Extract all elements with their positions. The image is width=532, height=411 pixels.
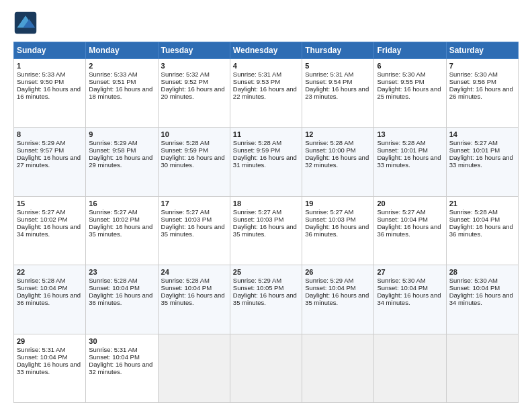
calendar-cell: 17 Sunrise: 5:27 AM Sunset: 10:03 PM Day…: [158, 196, 230, 265]
daylight-label: Daylight: 16 hours and 36 minutes.: [377, 223, 441, 238]
sunrise-label: Sunrise: 5:27 AM: [305, 208, 353, 216]
calendar-cell: 18 Sunrise: 5:27 AM Sunset: 10:03 PM Day…: [230, 196, 302, 265]
daylight-label: Daylight: 16 hours and 34 minutes.: [377, 291, 441, 306]
sunset-label: Sunset: 10:02 PM: [17, 216, 68, 223]
daylight-label: Daylight: 16 hours and 35 minutes.: [233, 291, 297, 306]
sunset-label: Sunset: 9:51 PM: [89, 78, 136, 85]
sunset-label: Sunset: 9:55 PM: [377, 78, 424, 85]
header: [13, 11, 519, 35]
calendar-cell: 4 Sunrise: 5:31 AM Sunset: 9:53 PM Dayli…: [230, 59, 302, 128]
day-number: 21: [449, 199, 515, 208]
weekday-header: Saturday: [446, 42, 518, 59]
sunrise-label: Sunrise: 5:28 AM: [377, 139, 425, 146]
day-number: 15: [17, 199, 83, 208]
day-number: 8: [17, 130, 83, 138]
sunrise-label: Sunrise: 5:28 AM: [449, 208, 498, 216]
calendar-week-row: 29 Sunrise: 5:31 AM Sunset: 10:04 PM Day…: [14, 334, 519, 402]
day-number: 7: [449, 62, 515, 70]
daylight-label: Daylight: 16 hours and 35 minutes.: [233, 223, 297, 238]
daylight-label: Daylight: 16 hours and 20 minutes.: [161, 85, 225, 100]
day-number: 16: [89, 199, 154, 208]
daylight-label: Daylight: 16 hours and 33 minutes.: [17, 361, 81, 375]
sunrise-label: Sunrise: 5:30 AM: [449, 277, 498, 284]
weekday-header: Wednesday: [230, 42, 302, 59]
day-number: 12: [305, 130, 371, 138]
calendar-cell: [374, 334, 446, 402]
calendar-week-row: 22 Sunrise: 5:28 AM Sunset: 10:04 PM Day…: [14, 265, 519, 334]
calendar-cell: [158, 334, 230, 402]
sunset-label: Sunset: 9:59 PM: [233, 146, 280, 154]
calendar-cell: [230, 334, 302, 402]
sunset-label: Sunset: 9:53 PM: [233, 78, 280, 85]
day-number: 23: [89, 268, 154, 276]
calendar-cell: 13 Sunrise: 5:28 AM Sunset: 10:01 PM Day…: [374, 128, 446, 196]
sunset-label: Sunset: 9:56 PM: [449, 78, 496, 85]
sunset-label: Sunset: 10:01 PM: [449, 146, 500, 154]
calendar-cell: [446, 334, 518, 402]
sunset-label: Sunset: 9:50 PM: [17, 78, 64, 85]
daylight-label: Daylight: 16 hours and 35 minutes.: [305, 291, 369, 306]
page: SundayMondayTuesdayWednesdayThursdayFrid…: [0, 0, 532, 411]
calendar-cell: 21 Sunrise: 5:28 AM Sunset: 10:04 PM Day…: [446, 196, 518, 265]
calendar-cell: 29 Sunrise: 5:31 AM Sunset: 10:04 PM Day…: [14, 334, 86, 402]
daylight-label: Daylight: 16 hours and 23 minutes.: [305, 85, 369, 100]
calendar-cell: 20 Sunrise: 5:27 AM Sunset: 10:04 PM Day…: [374, 196, 446, 265]
calendar-week-row: 8 Sunrise: 5:29 AM Sunset: 9:57 PM Dayli…: [14, 128, 519, 196]
logo: [13, 11, 42, 35]
weekday-header: Sunday: [14, 42, 86, 59]
daylight-label: Daylight: 16 hours and 33 minutes.: [377, 154, 441, 169]
daylight-label: Daylight: 16 hours and 22 minutes.: [233, 85, 297, 100]
daylight-label: Daylight: 16 hours and 36 minutes.: [449, 223, 513, 238]
daylight-label: Daylight: 16 hours and 35 minutes.: [161, 291, 225, 306]
sunrise-label: Sunrise: 5:28 AM: [161, 139, 210, 146]
daylight-label: Daylight: 16 hours and 34 minutes.: [17, 223, 81, 238]
sunset-label: Sunset: 9:58 PM: [89, 146, 136, 154]
sunset-label: Sunset: 10:04 PM: [449, 216, 500, 223]
calendar-header: SundayMondayTuesdayWednesdayThursdayFrid…: [14, 42, 519, 59]
daylight-label: Daylight: 16 hours and 35 minutes.: [89, 223, 152, 238]
sunset-label: Sunset: 10:04 PM: [161, 284, 212, 291]
sunset-label: Sunset: 10:03 PM: [233, 216, 284, 223]
calendar-cell: 9 Sunrise: 5:29 AM Sunset: 9:58 PM Dayli…: [86, 128, 158, 196]
daylight-label: Daylight: 16 hours and 32 minutes.: [89, 361, 152, 375]
day-number: 19: [305, 199, 371, 208]
calendar-cell: 23 Sunrise: 5:28 AM Sunset: 10:04 PM Day…: [86, 265, 158, 334]
day-number: 24: [161, 268, 227, 276]
calendar-cell: 15 Sunrise: 5:27 AM Sunset: 10:02 PM Day…: [14, 196, 86, 265]
daylight-label: Daylight: 16 hours and 36 minutes.: [17, 291, 81, 306]
day-number: 6: [377, 62, 443, 70]
calendar-cell: 24 Sunrise: 5:28 AM Sunset: 10:04 PM Day…: [158, 265, 230, 334]
day-number: 9: [89, 130, 154, 138]
calendar-cell: 27 Sunrise: 5:30 AM Sunset: 10:04 PM Day…: [374, 265, 446, 334]
weekday-header: Friday: [374, 42, 446, 59]
calendar-cell: 11 Sunrise: 5:28 AM Sunset: 9:59 PM Dayl…: [230, 128, 302, 196]
calendar-cell: 30 Sunrise: 5:31 AM Sunset: 10:04 PM Day…: [86, 334, 158, 402]
day-number: 11: [233, 130, 299, 138]
daylight-label: Daylight: 16 hours and 36 minutes.: [305, 223, 369, 238]
day-number: 28: [449, 268, 515, 276]
sunrise-label: Sunrise: 5:32 AM: [161, 71, 210, 78]
calendar-cell: 19 Sunrise: 5:27 AM Sunset: 10:03 PM Day…: [302, 196, 374, 265]
calendar-cell: 5 Sunrise: 5:31 AM Sunset: 9:54 PM Dayli…: [302, 59, 374, 128]
calendar-cell: 26 Sunrise: 5:29 AM Sunset: 10:04 PM Day…: [302, 265, 374, 334]
calendar-week-row: 1 Sunrise: 5:33 AM Sunset: 9:50 PM Dayli…: [14, 59, 519, 128]
weekday-header: Monday: [86, 42, 158, 59]
sunset-label: Sunset: 10:04 PM: [89, 284, 140, 291]
sunrise-label: Sunrise: 5:27 AM: [17, 208, 65, 216]
sunset-label: Sunset: 10:04 PM: [377, 284, 428, 291]
sunset-label: Sunset: 9:59 PM: [161, 146, 208, 154]
sunset-label: Sunset: 10:04 PM: [377, 216, 428, 223]
sunset-label: Sunset: 9:54 PM: [305, 78, 352, 85]
sunrise-label: Sunrise: 5:30 AM: [377, 277, 425, 284]
daylight-label: Daylight: 16 hours and 27 minutes.: [17, 154, 81, 169]
day-number: 10: [161, 130, 227, 138]
sunrise-label: Sunrise: 5:28 AM: [17, 277, 65, 284]
daylight-label: Daylight: 16 hours and 26 minutes.: [449, 85, 513, 100]
sunrise-label: Sunrise: 5:27 AM: [161, 208, 210, 216]
sunset-label: Sunset: 10:04 PM: [449, 284, 500, 291]
day-number: 5: [305, 62, 371, 70]
sunset-label: Sunset: 10:04 PM: [305, 284, 356, 291]
sunrise-label: Sunrise: 5:29 AM: [305, 277, 353, 284]
calendar-cell: 8 Sunrise: 5:29 AM Sunset: 9:57 PM Dayli…: [14, 128, 86, 196]
sunrise-label: Sunrise: 5:28 AM: [233, 139, 281, 146]
